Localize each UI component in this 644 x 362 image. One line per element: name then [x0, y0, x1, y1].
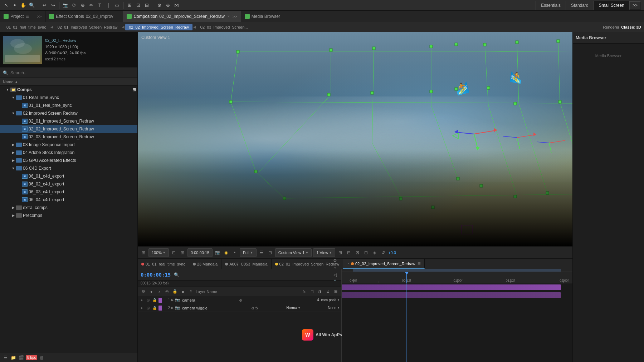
folder-04[interactable]: 04 Adobe Stock Integration — [0, 149, 137, 157]
track-bar-1[interactable] — [342, 284, 561, 290]
arrow-icon[interactable]: ↖ — [3, 2, 9, 9]
brush-icon[interactable]: ∥ — [105, 2, 112, 9]
layer-2-lock[interactable]: 🔒 — [152, 306, 157, 311]
sort-icon[interactable]: ▲ — [15, 80, 18, 84]
nav-comp-3[interactable]: 02_02_Improved_Screen_Redraw — [125, 24, 192, 30]
comp-02-01[interactable]: ▣ 02_01_Improved_Screen_Redraw — [0, 117, 137, 125]
project-close-btn[interactable] — [31, 14, 35, 19]
standard-tab[interactable]: Standard — [566, 1, 594, 10]
comp-close-btn[interactable]: × — [226, 14, 231, 19]
th-label[interactable]: ■ — [180, 289, 186, 294]
th-options[interactable]: ⚙ — [141, 289, 146, 294]
custom-view-dropdown[interactable]: Custom View 1 ▼ — [275, 248, 312, 257]
hand-icon[interactable]: ✋ — [20, 2, 26, 9]
tab-5-menu[interactable]: ☰ — [418, 262, 421, 266]
media-browser-panel-tab[interactable]: Media Browser — [241, 11, 284, 22]
comps-root-folder[interactable]: 📁 Comps ⊞ — [0, 86, 137, 94]
th-motion[interactable]: ◻ — [309, 289, 315, 294]
snap-icon[interactable]: ⊛ — [156, 2, 162, 9]
layer-1-lock[interactable]: 🔒 — [152, 298, 157, 303]
vp-layout3-icon[interactable]: ⊠ — [354, 249, 361, 256]
comp-01-01[interactable]: ▣ 01_01_real_time_sync — [0, 101, 137, 109]
timeline-tab-3[interactable]: A007_C053_Mandala — [221, 259, 271, 269]
vp-full-icon[interactable]: ⊡ — [267, 249, 274, 256]
layer-1-fx[interactable]: ⚙ — [239, 298, 242, 302]
folder-05[interactable]: 05 GPU Accelerated Effects — [0, 157, 137, 164]
tc-settings-icon[interactable]: ⚙ — [331, 257, 338, 264]
vp-3d-icon[interactable]: ◈ — [371, 249, 378, 256]
nav-comp-1[interactable]: 01_01_real_time_sync — [3, 24, 50, 30]
project-panel-tab[interactable]: Project ☰ >> — [0, 11, 45, 22]
search-input[interactable] — [10, 70, 135, 75]
timeline-tab-2[interactable]: 23 Mandala — [189, 259, 222, 269]
layer-2-fx2[interactable]: fx — [255, 306, 258, 310]
tracker-icon[interactable]: ⋈ — [173, 2, 180, 9]
small-screen-tab[interactable]: Small Screen — [594, 1, 629, 10]
folder-01[interactable]: 01 Real Time Sync — [0, 94, 137, 101]
new-folder-icon[interactable]: 📁 — [10, 354, 16, 361]
vp-dot-icon[interactable]: • — [231, 249, 238, 256]
comps-add-btn[interactable]: ⊞ — [132, 87, 136, 92]
work-area-region[interactable] — [353, 269, 561, 272]
folder-03[interactable]: 03 Image Sequence Import — [0, 141, 137, 149]
view-count-dropdown[interactable]: 1 View ▼ — [313, 248, 335, 257]
layer-2-vis[interactable]: ● — [139, 306, 144, 311]
layer-2-fx[interactable]: ⚙ — [251, 306, 254, 310]
pin-icon[interactable]: ⊡ — [135, 2, 141, 9]
quality-dropdown[interactable]: Full ▼ — [240, 248, 257, 257]
folder-extra[interactable]: extra_comps — [0, 204, 137, 212]
ec-close-btn[interactable] — [115, 14, 119, 19]
th-mask[interactable]: ⊿ — [325, 289, 331, 294]
tc-timecode[interactable]: 0:00:00:15 — [141, 272, 171, 278]
tc-prev-icon[interactable]: ◁ — [331, 271, 338, 278]
comp-06-02[interactable]: ▣ 06_02_c4d_export — [0, 180, 137, 188]
layer-2-audio[interactable]: ◎ — [146, 306, 151, 311]
trash-icon[interactable]: 🗑 — [39, 354, 45, 361]
timeline-tab-5[interactable]: × 02_02_Improved_Screen_Redraw ☰ — [343, 259, 424, 269]
redo-icon[interactable]: ↪ — [50, 2, 56, 9]
vp-snap-icon[interactable]: ⊞ — [140, 249, 147, 256]
comp-02-02[interactable]: ▣ 02_02_Improved_Screen_Redraw — [0, 125, 137, 133]
vp-layout-icon[interactable]: ⊞ — [337, 249, 344, 256]
puppet-icon[interactable]: ⊞ — [126, 2, 133, 9]
timecode-display[interactable]: 0:00:00:15 — [187, 248, 213, 257]
essentials-tab[interactable]: Essentials — [536, 1, 566, 10]
vp-expand-icon[interactable]: ⊡ — [170, 249, 177, 256]
th-3d[interactable]: ⊞ — [333, 289, 338, 294]
layer-1-audio[interactable]: ◎ — [146, 298, 151, 303]
layer-2-tri[interactable]: ▶ — [171, 306, 174, 309]
tc-home-icon[interactable]: ⌂ — [331, 264, 338, 271]
zoom-icon[interactable]: 🔍 — [29, 2, 35, 9]
expand-btn[interactable]: >> — [37, 14, 42, 19]
text-icon[interactable]: T — [97, 2, 103, 9]
track-bar-2[interactable] — [342, 292, 561, 298]
pen-icon[interactable]: ✏ — [88, 2, 94, 9]
vp-grid-icon[interactable]: ⊞ — [179, 249, 186, 256]
playhead[interactable] — [406, 272, 407, 283]
vp-layout2-icon[interactable]: ⊟ — [345, 249, 352, 256]
layer-1-tri[interactable]: ▶ — [171, 298, 174, 302]
vp-safe-icon[interactable]: ⊡ — [362, 249, 370, 256]
tab-5-close[interactable]: × — [347, 262, 350, 266]
composition-panel-tab[interactable]: Composition 02_02_Improved_Screen_Redraw… — [123, 11, 241, 22]
vp-toggle-icon[interactable]: ☰ — [258, 249, 265, 256]
layer-row-1[interactable]: ● ◎ 🔒 1 ▶ 📷 camera ⚙ — [138, 296, 341, 304]
vp-color-icon[interactable]: ◉ — [223, 249, 230, 256]
th-blend[interactable]: ◑ — [317, 289, 323, 294]
folder-precomps[interactable]: Precomps — [0, 212, 137, 219]
th-lock[interactable]: 🔒 — [172, 289, 178, 294]
layer-2-mode-dd[interactable]: Norma ▼ — [286, 306, 301, 310]
layer-row-2[interactable]: ● ◎ 🔒 2 ▶ 📷 camera wiggle ⚙ fx — [138, 304, 341, 312]
timeline-tab-1[interactable]: 01_01_real_time_sync — [138, 259, 189, 269]
layer-1-parent[interactable]: 4. cam posit ▼ — [317, 298, 340, 302]
th-fx[interactable]: fx — [301, 289, 307, 294]
shape-icon[interactable]: ▭ — [114, 2, 120, 9]
vp-camera-icon[interactable]: 📷 — [214, 249, 221, 256]
comp-06-03[interactable]: ▣ 06_03_c4d_export — [0, 188, 137, 196]
undo-icon[interactable]: ↩ — [41, 2, 48, 9]
layer-1-vis[interactable]: ● — [139, 298, 144, 303]
folder-02[interactable]: 02 Improved Screen Redraw — [0, 109, 137, 117]
new-comp-icon[interactable]: 🎬 — [18, 354, 24, 361]
panel-menu-icon[interactable]: ☰ — [2, 354, 9, 361]
tc-search-icon[interactable]: 🔍 — [173, 271, 180, 278]
